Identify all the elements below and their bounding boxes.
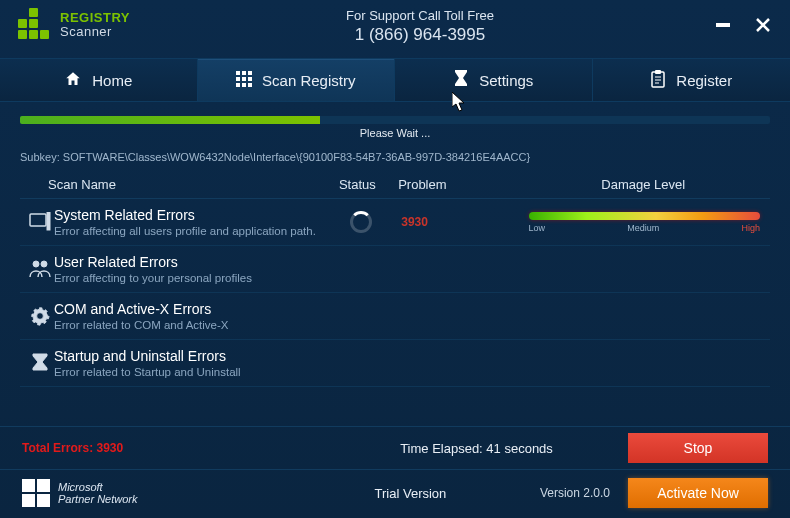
microsoft-partner-badge: Microsoft Partner Network [22,479,281,507]
col-problem: Problem [398,177,526,192]
row-desc: Error related to Startup and Uninstall [54,366,320,378]
row-title: User Related Errors [54,254,320,270]
col-damage: Damage Level [527,177,760,192]
total-errors-label: Total Errors: [22,441,93,455]
svg-rect-2 [242,71,246,75]
subkey-path: SOFTWARE\Classes\WOW6432Node\Interface\{… [63,151,530,163]
subkey-prefix: Subkey: [20,151,60,163]
total-errors: Total Errors: 3930 [22,441,325,455]
row-problem-count: 3930 [401,215,528,229]
app-logo: REGISTRY Scanner [18,8,130,42]
row-title: Startup and Uninstall Errors [54,348,320,364]
time-elapsed: Time Elapsed: 41 seconds [325,441,628,456]
svg-rect-3 [248,71,252,75]
row-status-spinner [320,211,401,233]
column-headers: Scan Name Status Problem Damage Level [20,177,770,199]
scan-row-system: System Related Errors Error affecting al… [20,199,770,246]
svg-rect-0 [717,24,729,26]
tab-register-label: Register [676,72,732,89]
row-title: System Related Errors [54,207,320,223]
col-scan-name: Scan Name [48,177,316,192]
version-label: Version 2.0.0 [540,486,610,500]
ms-line2: Partner Network [58,493,137,505]
svg-rect-7 [236,83,240,87]
ms-line1: Microsoft [58,481,137,493]
col-status: Status [316,177,398,192]
total-errors-value: 3930 [96,441,123,455]
time-elapsed-value: 41 seconds [486,441,553,456]
svg-rect-9 [248,83,252,87]
mouse-cursor-icon [452,92,468,112]
tab-home[interactable]: Home [0,59,198,101]
logo-line1: REGISTRY [60,11,130,25]
svg-point-15 [41,261,47,267]
support-label: For Support Call Toll Free [130,8,710,23]
row-desc: Error affecting to your personal profile… [54,272,320,284]
svg-rect-4 [236,77,240,81]
subkey-line: Subkey: SOFTWARE\Classes\WOW6432Node\Int… [20,151,770,163]
svg-rect-5 [242,77,246,81]
scan-row-startup: Startup and Uninstall Errors Error relat… [20,340,770,387]
scan-row-com: COM and Active-X Errors Error related to… [20,293,770,340]
row-title: COM and Active-X Errors [54,301,320,317]
damage-meter: Low Medium High [529,212,760,233]
please-wait-label: Please Wait ... [20,127,770,139]
tab-scan-registry[interactable]: Scan Registry [198,59,396,101]
gear-icon [26,306,54,326]
tab-home-label: Home [92,72,132,89]
svg-rect-11 [655,70,661,74]
microsoft-logo-icon [22,479,50,507]
svg-rect-12 [30,214,46,226]
home-icon [64,70,82,91]
damage-medium: Medium [627,223,659,233]
scan-row-user: User Related Errors Error affecting to y… [20,246,770,293]
support-phone: 1 (866) 964-3995 [130,25,710,45]
svg-rect-6 [248,77,252,81]
trial-version-label: Trial Version [281,486,540,501]
damage-low: Low [529,223,546,233]
spinner-icon [350,211,372,233]
support-info: For Support Call Toll Free 1 (866) 964-3… [130,8,710,45]
users-icon [26,259,54,279]
svg-rect-8 [242,83,246,87]
stop-button[interactable]: Stop [628,433,768,463]
computer-icon [26,212,54,232]
time-elapsed-label: Time Elapsed: [400,441,483,456]
activate-now-button[interactable]: Activate Now [628,478,768,508]
tab-register[interactable]: Register [593,59,791,101]
tab-settings[interactable]: Settings [395,59,593,101]
close-button[interactable] [750,12,776,38]
grid-icon [236,71,252,90]
logo-line2: Scanner [60,25,130,39]
hourglass-icon [453,70,469,91]
row-desc: Error affecting all users profile and ap… [54,225,320,237]
tab-scan-label: Scan Registry [262,72,355,89]
svg-rect-1 [236,71,240,75]
row-desc: Error related to COM and Active-X [54,319,320,331]
tab-settings-label: Settings [479,72,533,89]
svg-point-14 [33,261,39,267]
clipboard-icon [650,70,666,91]
svg-rect-13 [47,212,50,230]
hourglass-icon [26,353,54,373]
minimize-button[interactable] [710,12,736,38]
damage-high: High [741,223,760,233]
scan-progress-bar [20,116,770,124]
